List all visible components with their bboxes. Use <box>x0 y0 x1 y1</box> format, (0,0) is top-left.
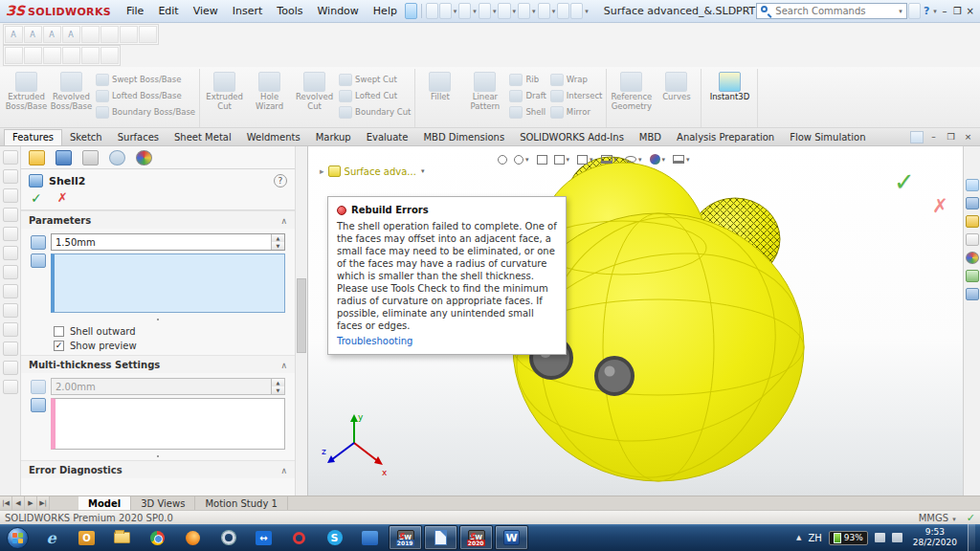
battery-indicator[interactable]: 93% <box>829 531 868 545</box>
open-caret-icon[interactable]: ▾ <box>453 8 458 15</box>
tree-item-icon[interactable] <box>3 188 18 203</box>
document-minimize-button[interactable]: – <box>926 130 941 143</box>
zoom-area-icon[interactable]: ▾ <box>512 150 532 168</box>
ok-button[interactable]: ✓ <box>31 190 42 206</box>
lofted-cut-button[interactable]: Lofted Cut <box>337 89 412 102</box>
multi-thickness-section-header[interactable]: Multi-thickness Settings ∧ <box>21 355 295 373</box>
command-search[interactable]: ▾ <box>756 3 907 19</box>
parameters-section-header[interactable]: Parameters ∧ <box>21 210 295 229</box>
tab-mbd[interactable]: MBD <box>632 130 669 145</box>
eye-right[interactable] <box>596 358 633 394</box>
clock[interactable]: 9:53 28/2/2020 <box>909 527 961 548</box>
tab-flow-simulation[interactable]: Flow Simulation <box>782 130 873 145</box>
annotation-tool-icon[interactable]: A <box>24 26 42 43</box>
annotation-tool-icon[interactable]: A <box>43 26 61 43</box>
tab-analysis-preparation[interactable]: Analysis Preparation <box>669 130 782 145</box>
outlook-icon[interactable]: O <box>70 525 103 550</box>
zoom-fit-icon[interactable] <box>496 150 509 168</box>
spinner-down-icon[interactable]: ▼ <box>272 386 284 394</box>
collapse-chevron-icon[interactable]: ∧ <box>280 466 287 475</box>
view-settings-icon[interactable]: ▾ <box>671 150 693 168</box>
tree-item-icon[interactable] <box>3 380 18 394</box>
teamviewer-icon[interactable]: ↔ <box>247 525 280 550</box>
tree-item-icon[interactable] <box>3 150 18 165</box>
show-preview-checkbox[interactable]: ✓ <box>54 341 64 351</box>
help-caret-icon[interactable]: ▾ <box>932 8 938 15</box>
solidworks-document-icon[interactable] <box>424 525 457 550</box>
faces-to-remove-listbox[interactable] <box>51 253 285 313</box>
search-caret-icon[interactable]: ▾ <box>898 8 903 15</box>
boundary-cut-button[interactable]: Boundary Cut <box>337 105 412 119</box>
edit-appearance-icon[interactable]: ▾ <box>648 150 669 168</box>
menu-file[interactable]: File <box>120 2 150 20</box>
collapse-chevron-icon[interactable]: ∧ <box>280 361 287 370</box>
annotation-tool-icon[interactable] <box>139 26 157 43</box>
tab-markup[interactable]: Markup <box>308 130 359 145</box>
tree-item-icon[interactable] <box>3 265 18 279</box>
breadcrumb[interactable]: ▸ Surface adva... ▾ <box>320 165 425 177</box>
intersect-button[interactable]: Intersect <box>548 89 605 102</box>
design-library-icon[interactable] <box>966 197 979 209</box>
annotation-tool-icon[interactable]: A <box>5 26 23 43</box>
tree-item-icon[interactable] <box>3 342 18 356</box>
swept-boss-base-button[interactable]: Swept Boss/Base <box>94 73 197 86</box>
tab-model[interactable]: Model <box>78 496 131 510</box>
breadcrumb-expand-icon[interactable]: ▸ <box>320 166 324 176</box>
annotation-tool-icon[interactable] <box>120 26 138 43</box>
menu-tools[interactable]: Tools <box>270 2 309 20</box>
tab-motion-study-1[interactable]: Motion Study 1 <box>195 496 288 510</box>
extruded-cut-button[interactable]: Extruded Cut <box>202 69 247 127</box>
tab-sketch[interactable]: Sketch <box>62 130 110 145</box>
reference-geometry-button[interactable]: Reference Geometry <box>609 69 654 127</box>
linear-pattern-button[interactable]: Linear Pattern <box>462 69 507 127</box>
options-gear-icon[interactable] <box>570 3 583 19</box>
solidworks-forum-icon[interactable] <box>966 288 979 300</box>
panel-scrollbar[interactable] <box>295 146 307 496</box>
undo-icon[interactable] <box>498 3 510 19</box>
tree-item-icon[interactable] <box>3 361 18 375</box>
dimxpertmanager-tab-icon[interactable] <box>82 150 99 165</box>
tab-solidworks-add-ins[interactable]: SOLIDWORKS Add-Ins <box>512 130 632 145</box>
section-view-icon[interactable]: ▾ <box>552 150 573 168</box>
rib-button[interactable]: Rib <box>507 73 547 86</box>
panel-scrollbar-thumb[interactable] <box>297 278 306 353</box>
shell-button[interactable]: Shell <box>507 105 547 119</box>
boundary-boss-base-button[interactable]: Boundary Boss/Base <box>94 105 197 119</box>
rebuild-caret-icon[interactable]: ▾ <box>551 8 557 15</box>
custom-properties-icon[interactable] <box>966 270 979 282</box>
previous-tab-button[interactable]: ◀ <box>12 496 25 510</box>
panel-resize-handle[interactable] <box>21 452 295 459</box>
menu-insert[interactable]: Insert <box>226 2 270 20</box>
document-page-icon[interactable] <box>910 131 924 143</box>
multi-thickness-faces-listbox[interactable] <box>51 398 285 450</box>
menu-view[interactable]: View <box>187 2 225 20</box>
configurationmanager-tab-icon[interactable] <box>56 150 72 165</box>
cancel-button[interactable]: ✗ <box>57 190 68 206</box>
tree-item-icon[interactable] <box>3 227 18 241</box>
tree-item-icon[interactable] <box>3 246 18 260</box>
settings-icon[interactable] <box>212 525 245 550</box>
spinner-down-icon[interactable]: ▼ <box>272 242 284 250</box>
firefox-icon[interactable] <box>176 525 210 550</box>
draft-button[interactable]: Draft <box>507 89 547 102</box>
troubleshooting-link[interactable]: Troubleshooting <box>337 335 412 347</box>
displaymanager-tab-icon[interactable] <box>109 150 125 165</box>
sketch-tool-icon[interactable] <box>62 47 80 64</box>
word-icon[interactable]: W <box>495 525 528 550</box>
window-restore-button[interactable]: ❒ <box>951 4 963 19</box>
first-tab-button[interactable]: |◀ <box>0 496 12 510</box>
skype-icon[interactable]: S <box>318 525 351 550</box>
hole-wizard-button[interactable]: Hole Wizard <box>247 69 292 127</box>
new-document-icon[interactable] <box>426 3 438 19</box>
fillet-button[interactable]: Fillet <box>417 69 462 127</box>
show-desktop-button[interactable] <box>968 524 975 551</box>
revolved-boss-base-button[interactable]: Revolved Boss/Base <box>49 69 94 127</box>
internet-explorer-icon[interactable]: e <box>34 525 68 550</box>
print-caret-icon[interactable]: ▾ <box>492 8 498 15</box>
sketch-tool-icon[interactable] <box>5 47 23 64</box>
view-orientation-icon[interactable]: ▾ <box>575 150 596 168</box>
next-tab-button[interactable]: ▶ <box>25 496 37 510</box>
solidworks-2019-icon[interactable]: SW2019 <box>389 525 422 550</box>
sketch-tool-icon[interactable] <box>43 47 61 64</box>
search-input[interactable] <box>775 6 895 16</box>
